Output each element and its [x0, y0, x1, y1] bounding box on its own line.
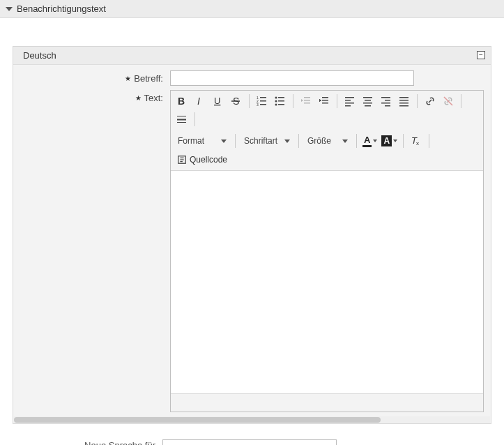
add-language-input[interactable] — [162, 439, 337, 445]
bold-button[interactable]: B — [174, 93, 190, 110]
subject-label-col: ★ Betreff: — [20, 70, 170, 84]
svg-text:U: U — [214, 96, 220, 106]
svg-rect-38 — [399, 97, 408, 98]
scrollbar-thumb[interactable] — [14, 417, 381, 423]
section-title: Benachrichtigungstext — [17, 3, 106, 14]
svg-text:x: x — [416, 140, 419, 146]
text-label-col: ★ Text: — [20, 90, 170, 103]
chevron-down-icon — [393, 139, 397, 142]
svg-rect-32 — [363, 103, 372, 104]
language-header[interactable]: Deutsch − — [13, 47, 491, 65]
unlink-button — [440, 93, 457, 110]
align-center-button[interactable] — [360, 93, 376, 110]
svg-rect-30 — [363, 97, 372, 98]
svg-rect-28 — [345, 103, 354, 104]
text-color-icon: A — [362, 135, 372, 147]
toolbar-separator — [417, 94, 418, 108]
size-dropdown[interactable]: Größe — [303, 132, 352, 150]
svg-rect-43 — [177, 116, 186, 116]
text-color-button[interactable]: A — [361, 133, 379, 149]
toolbar-separator — [293, 94, 293, 108]
svg-marker-20 — [301, 99, 303, 102]
chevron-down-icon — [221, 139, 227, 143]
horizontal-scrollbar[interactable] — [14, 416, 490, 423]
bg-color-icon: A — [381, 135, 392, 146]
outdent-button — [298, 93, 314, 110]
add-language-row: Neue Sprache für Benachrichtigungen hinz… — [13, 438, 491, 445]
toolbar-separator — [249, 94, 250, 108]
underline-button[interactable]: U — [210, 93, 227, 110]
bg-color-button[interactable]: A — [380, 133, 399, 149]
svg-point-15 — [275, 104, 277, 106]
language-title: Deutsch — [23, 50, 56, 61]
editor-toolbar-1: B I U S 123 — [171, 91, 483, 130]
ordered-list-button[interactable]: 123 — [254, 93, 270, 110]
editor-content[interactable] — [171, 170, 483, 393]
horizontal-rule-button[interactable] — [174, 111, 190, 128]
unordered-list-button[interactable] — [272, 93, 289, 110]
format-dropdown[interactable]: Format — [174, 132, 231, 150]
svg-text:3: 3 — [257, 103, 259, 107]
toolbar-separator — [461, 94, 461, 108]
svg-rect-23 — [322, 103, 328, 104]
svg-rect-31 — [365, 100, 371, 101]
source-label: Quellcode — [190, 155, 227, 165]
toolbar-separator — [356, 134, 357, 148]
subject-label: Betreff: — [134, 73, 163, 84]
svg-rect-45 — [177, 122, 186, 123]
svg-rect-29 — [345, 105, 351, 107]
source-icon — [177, 155, 187, 165]
richtext-editor: B I U S 123 — [170, 90, 484, 412]
link-button[interactable] — [422, 93, 438, 110]
source-button[interactable]: Quellcode — [174, 151, 231, 168]
font-dropdown[interactable]: Schriftart — [240, 132, 294, 150]
svg-rect-27 — [345, 100, 351, 101]
svg-rect-34 — [381, 97, 390, 98]
text-row: ★ Text: B I U — [20, 90, 484, 412]
add-language-label: Neue Sprache für Benachrichtigungen hinz… — [13, 438, 162, 445]
section-header[interactable]: Benachrichtigungstext — [0, 0, 504, 18]
svg-rect-36 — [381, 103, 390, 104]
svg-rect-8 — [260, 100, 266, 102]
required-star-icon: ★ — [125, 75, 131, 82]
chevron-down-icon — [342, 139, 348, 143]
svg-rect-17 — [304, 97, 310, 98]
remove-format-button[interactable]: Tx — [408, 133, 425, 149]
svg-text:B: B — [178, 96, 185, 107]
text-value-col: B I U S 123 — [170, 90, 484, 412]
collapse-icon[interactable]: − — [477, 51, 485, 59]
svg-rect-21 — [322, 97, 328, 98]
svg-point-11 — [275, 97, 277, 99]
toolbar-separator — [403, 134, 404, 148]
svg-rect-22 — [322, 100, 328, 101]
indent-button[interactable] — [316, 93, 333, 110]
strikethrough-button[interactable]: S — [228, 93, 245, 110]
toolbar-separator — [235, 134, 236, 148]
svg-point-13 — [275, 100, 277, 103]
italic-button[interactable]: I — [192, 93, 208, 110]
align-right-button[interactable] — [378, 93, 395, 110]
align-justify-button[interactable] — [396, 93, 413, 110]
svg-rect-16 — [278, 104, 284, 105]
toolbar-separator — [298, 134, 299, 148]
chevron-down-icon — [373, 139, 377, 142]
svg-rect-39 — [399, 100, 408, 101]
svg-marker-25 — [319, 99, 321, 102]
svg-rect-10 — [260, 104, 266, 105]
svg-rect-37 — [385, 105, 390, 107]
size-label: Größe — [307, 136, 331, 146]
form-area: ★ Betreff: ★ Text: B — [13, 65, 491, 412]
subject-row: ★ Betreff: — [20, 70, 484, 86]
chevron-down-icon — [6, 7, 13, 11]
text-label: Text: — [144, 93, 163, 103]
align-left-button[interactable] — [342, 93, 358, 110]
format-label: Format — [178, 136, 204, 146]
svg-rect-33 — [365, 105, 371, 107]
svg-rect-6 — [260, 97, 266, 98]
editor-toolbar-2: Format Schriftart Größe — [171, 130, 483, 170]
svg-rect-12 — [278, 97, 284, 98]
font-label: Schriftart — [244, 136, 277, 146]
toolbar-separator — [194, 112, 195, 126]
subject-input[interactable] — [170, 70, 414, 86]
toolbar-separator — [429, 134, 429, 148]
